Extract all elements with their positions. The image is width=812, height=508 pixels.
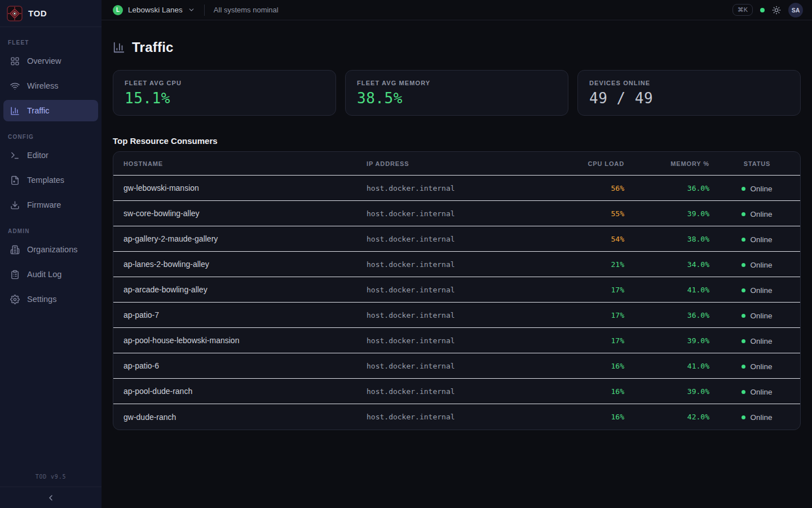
hostname-cell: ap-pool-dude-ranch — [113, 379, 364, 404]
stat-card-devices-online: DEVICES ONLINE 49 / 49 — [577, 70, 801, 116]
status-label: Online — [750, 337, 772, 345]
chevron-down-icon — [188, 6, 195, 14]
sidebar-item-firmware[interactable]: Firmware — [3, 194, 98, 216]
stat-label: FLEET AVG CPU — [125, 80, 324, 86]
hostname-cell: ap-arcade-bowling-alley — [113, 277, 364, 303]
table-row[interactable]: ap-lanes-2-bowling-alley host.docker.int… — [113, 252, 800, 277]
status-cell: Online — [714, 404, 800, 430]
table-row[interactable]: ap-patio-7 host.docker.internal 17% 36.0… — [113, 303, 800, 328]
table-row[interactable]: gw-lebowski-mansion host.docker.internal… — [113, 176, 800, 201]
status-label: Online — [750, 388, 772, 396]
table-row[interactable]: ap-pool-house-lebowski-mansion host.dock… — [113, 328, 800, 353]
org-switcher[interactable]: L Lebowski Lanes — [113, 5, 195, 15]
cpu-cell: 16% — [548, 404, 632, 430]
online-dot — [742, 212, 745, 216]
topbar: L Lebowski Lanes All systems nominal ⌘K … — [102, 0, 812, 20]
sidebar-collapse-button[interactable] — [0, 487, 102, 508]
ip-cell: host.docker.internal — [364, 379, 548, 404]
table-row[interactable]: ap-patio-6 host.docker.internal 16% 41.0… — [113, 353, 800, 379]
hostname-cell: ap-gallery-2-maude-gallery — [113, 226, 364, 252]
app-version: TOD v9.5 — [0, 469, 102, 487]
nav-section-fleet: FLEET — [0, 30, 102, 50]
column-header-ip: IP ADDRESS — [364, 152, 548, 176]
sidebar-item-wireless[interactable]: Wireless — [3, 75, 98, 97]
app-name: TOD — [28, 8, 47, 18]
hostname-cell: ap-patio-6 — [113, 353, 364, 379]
hostname-cell: ap-pool-house-lebowski-mansion — [113, 328, 364, 353]
memory-cell: 39.0% — [632, 379, 714, 404]
sun-icon — [772, 6, 781, 15]
memory-cell: 39.0% — [632, 201, 714, 226]
status-cell: Online — [714, 226, 800, 252]
table-row[interactable]: ap-arcade-bowling-alley host.docker.inte… — [113, 277, 800, 303]
sidebar-item-editor[interactable]: Editor — [3, 144, 98, 166]
sidebar-item-label: Organizations — [27, 245, 77, 254]
hostname-cell: gw-lebowski-mansion — [113, 176, 364, 201]
hostname-cell: gw-dude-ranch — [113, 404, 364, 430]
online-dot — [742, 238, 745, 242]
cpu-cell: 21% — [548, 252, 632, 277]
command-palette-shortcut[interactable]: ⌘K — [732, 4, 753, 16]
table-row[interactable]: gw-dude-ranch host.docker.internal 16% 4… — [113, 404, 800, 430]
theme-toggle-button[interactable] — [772, 6, 781, 15]
ip-cell: host.docker.internal — [364, 404, 548, 430]
online-dot — [742, 390, 745, 394]
stat-value: 15.1% — [125, 90, 324, 107]
column-header-hostname: HOSTNAME — [113, 152, 364, 176]
download-icon — [10, 200, 20, 210]
sidebar-item-label: Overview — [27, 56, 61, 65]
memory-cell: 38.0% — [632, 226, 714, 252]
user-avatar[interactable]: SA — [788, 3, 803, 17]
ip-cell: host.docker.internal — [364, 226, 548, 252]
page-title-row: Traffic — [113, 40, 801, 55]
table-row[interactable]: sw-core-bowling-alley host.docker.intern… — [113, 201, 800, 226]
status-cell: Online — [714, 252, 800, 277]
resource-consumers-table: HOSTNAME IP ADDRESS CPU LOAD MEMORY % ST… — [113, 151, 801, 430]
sidebar-item-label: Firmware — [27, 200, 61, 209]
sidebar-item-traffic[interactable]: Traffic — [3, 100, 98, 121]
status-label: Online — [750, 413, 772, 422]
sidebar-item-overview[interactable]: Overview — [3, 50, 98, 72]
sidebar-item-label: Wireless — [27, 81, 59, 90]
online-dot — [742, 339, 745, 343]
stat-label: FLEET AVG MEMORY — [357, 80, 557, 86]
status-cell: Online — [714, 353, 800, 379]
status-label: Online — [750, 261, 772, 269]
sidebar-nav: FLEET Overview Wireless Traffic CONFIG E — [0, 27, 102, 313]
chevron-left-icon — [46, 493, 55, 502]
grid-icon — [10, 56, 20, 66]
table-row[interactable]: ap-gallery-2-maude-gallery host.docker.i… — [113, 226, 800, 252]
health-indicator-dot — [760, 8, 765, 12]
memory-cell: 36.0% — [632, 176, 714, 201]
ip-cell: host.docker.internal — [364, 328, 548, 353]
memory-cell: 36.0% — [632, 303, 714, 328]
cpu-cell: 16% — [548, 353, 632, 379]
gear-icon — [10, 295, 20, 304]
online-dot — [742, 288, 745, 292]
memory-cell: 39.0% — [632, 328, 714, 353]
building-icon — [10, 245, 20, 255]
memory-cell: 42.0% — [632, 404, 714, 430]
cpu-cell: 17% — [548, 328, 632, 353]
online-dot — [742, 263, 745, 267]
sidebar-item-organizations[interactable]: Organizations — [3, 239, 98, 260]
memory-cell: 41.0% — [632, 353, 714, 379]
wifi-icon — [10, 81, 20, 91]
table-row[interactable]: ap-pool-dude-ranch host.docker.internal … — [113, 379, 800, 404]
cpu-cell: 56% — [548, 176, 632, 201]
online-dot — [742, 415, 745, 419]
cpu-cell: 17% — [548, 277, 632, 303]
sidebar-item-settings[interactable]: Settings — [3, 288, 98, 310]
ip-cell: host.docker.internal — [364, 303, 548, 328]
status-cell: Online — [714, 379, 800, 404]
topbar-divider — [204, 5, 205, 16]
cpu-cell: 16% — [548, 379, 632, 404]
ip-cell: host.docker.internal — [364, 201, 548, 226]
sidebar-item-templates[interactable]: Templates — [3, 169, 98, 191]
stat-value: 38.5% — [357, 90, 557, 107]
sidebar-item-audit-log[interactable]: Audit Log — [3, 264, 98, 285]
ip-cell: host.docker.internal — [364, 353, 548, 379]
stat-cards: FLEET AVG CPU 15.1% FLEET AVG MEMORY 38.… — [113, 70, 801, 116]
memory-cell: 34.0% — [632, 252, 714, 277]
hostname-cell: ap-patio-7 — [113, 303, 364, 328]
